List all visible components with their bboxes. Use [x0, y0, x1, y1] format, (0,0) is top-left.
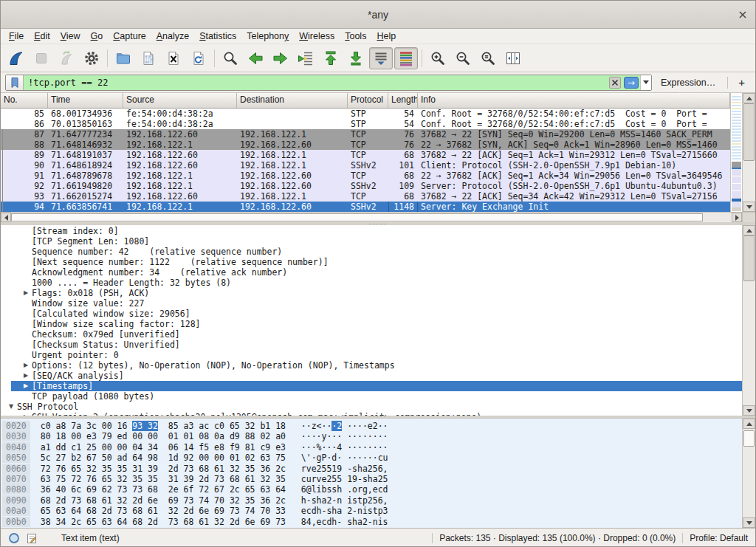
details-vertical-scrollbar[interactable]: [742, 225, 755, 416]
detail-row[interactable]: 1000 .... = Header Length: 32 bytes (8): [1, 278, 742, 288]
go-back-button[interactable]: [244, 47, 267, 69]
detail-row[interactable]: ▼SSH Protocol: [1, 402, 742, 412]
scroll-track[interactable]: [743, 103, 755, 202]
scroll-track[interactable]: [11, 213, 732, 222]
menu-help[interactable]: Help: [371, 30, 401, 43]
menu-go[interactable]: Go: [86, 30, 109, 43]
close-file-button[interactable]: [162, 47, 185, 69]
find-packet-button[interactable]: [219, 47, 242, 69]
scroll-thumb[interactable]: [11, 213, 703, 221]
column-header-source[interactable]: Source: [123, 93, 237, 108]
scroll-down-button[interactable]: [743, 202, 755, 212]
hex-row[interactable]: 003080 18 00 e3 79 ed 00 00 01 01 08 0a …: [2, 431, 742, 441]
scroll-down-button[interactable]: [743, 405, 755, 416]
bytes-vertical-scrollbar[interactable]: [742, 419, 755, 528]
scroll-track[interactable]: [743, 235, 755, 405]
collapse-arrow-icon[interactable]: ▼: [5, 402, 17, 412]
column-header-info[interactable]: Info: [418, 93, 730, 108]
go-to-packet-button[interactable]: [294, 47, 317, 69]
go-forward-button[interactable]: [269, 47, 292, 69]
packet-list-vertical-scrollbar[interactable]: [742, 93, 755, 212]
packet-row[interactable]: 9371.662015274192.168.122.60192.168.122.…: [1, 191, 730, 202]
column-header-protocol[interactable]: Protocol: [348, 93, 388, 108]
scroll-track[interactable]: [743, 429, 755, 517]
expression-button[interactable]: Expression…: [661, 78, 715, 88]
resize-columns-button[interactable]: [501, 47, 525, 69]
scroll-left-button[interactable]: [1, 213, 11, 222]
expand-arrow-icon[interactable]: ▶: [20, 360, 32, 371]
capture-options-button[interactable]: [80, 47, 103, 69]
add-filter-button[interactable]: +: [732, 76, 751, 89]
auto-scroll-button[interactable]: [369, 47, 393, 69]
hex-row[interactable]: 007063 75 72 76 65 32 35 35 31 39 2d 73 …: [2, 474, 742, 484]
display-filter-input[interactable]: !tcp.port == 22: [24, 75, 608, 90]
scroll-up-button[interactable]: [743, 419, 755, 429]
hex-row[interactable]: 00505c 27 b2 67 50 ad 64 98 1d 92 00 00 …: [2, 453, 742, 463]
detail-row[interactable]: [Checksum Status: Unverified]: [1, 340, 742, 350]
packet-row[interactable]: 9171.648789678192.168.122.1192.168.122.6…: [1, 171, 730, 181]
hex-row[interactable]: 00b038 34 2c 65 63 64 68 2d 73 68 61 32 …: [2, 517, 742, 527]
start-capture-button[interactable]: [4, 47, 28, 69]
menu-file[interactable]: File: [4, 30, 29, 43]
packet-row[interactable]: 8871.648146932192.168.122.1192.168.122.6…: [1, 140, 730, 150]
filter-history-dropdown[interactable]: [640, 75, 651, 90]
expand-arrow-icon[interactable]: ▶: [20, 381, 32, 391]
apply-filter-button[interactable]: →: [622, 75, 640, 90]
packet-row[interactable]: 8568.001734936fe:54:00:d4:38:2aSTP54Conf…: [1, 109, 730, 119]
colorize-button[interactable]: [394, 47, 418, 69]
zoom-out-button[interactable]: [451, 47, 475, 69]
menu-capture[interactable]: Capture: [108, 30, 151, 43]
expand-arrow-icon[interactable]: ▶: [20, 371, 32, 381]
detail-row[interactable]: [Stream index: 0]: [1, 226, 742, 236]
column-header-destination[interactable]: Destination: [237, 93, 348, 108]
detail-row[interactable]: Acknowledgment number: 34 (relative ack …: [1, 267, 742, 278]
status-profile[interactable]: Profile: Default: [690, 533, 748, 543]
detail-row[interactable]: [Calculated window size: 29056]: [1, 309, 742, 319]
intelligent-scrollbar[interactable]: [730, 93, 742, 212]
column-header-length[interactable]: Length: [388, 93, 418, 108]
save-file-button[interactable]: 010111100011: [137, 47, 160, 69]
reload-file-button[interactable]: [187, 47, 210, 69]
scroll-down-button[interactable]: [743, 517, 755, 528]
go-to-bottom-button[interactable]: [344, 47, 368, 69]
close-window-button[interactable]: [738, 10, 748, 20]
scroll-thumb[interactable]: [743, 430, 755, 447]
packet-row[interactable]: 9471.663856741192.168.122.1192.168.122.6…: [1, 202, 730, 212]
packet-row[interactable]: 9071.648618924192.168.122.60192.168.122.…: [1, 160, 730, 171]
restart-capture-button[interactable]: [55, 47, 78, 69]
detail-row[interactable]: ▶Options: (12 bytes), No-Operation (NOP)…: [1, 360, 742, 371]
packet-row[interactable]: 8771.647777234192.168.122.60192.168.122.…: [1, 129, 730, 140]
expand-arrow-icon[interactable]: ▶: [20, 288, 32, 298]
expert-info-button[interactable]: [8, 532, 20, 544]
scroll-thumb[interactable]: [743, 235, 755, 281]
detail-row[interactable]: [Next sequence number: 1122 (relative se…: [1, 257, 742, 267]
scroll-up-button[interactable]: [743, 93, 755, 103]
menu-telephony[interactable]: Telephony: [241, 30, 294, 43]
packet-row[interactable]: 8971.648191037192.168.122.60192.168.122.…: [1, 150, 730, 160]
detail-row[interactable]: TCP payload (1080 bytes): [1, 391, 742, 402]
open-file-button[interactable]: [111, 47, 135, 69]
scroll-right-button[interactable]: [732, 213, 742, 222]
hex-row[interactable]: 008036 40 6c 69 62 73 73 68 2e 6f 72 67 …: [2, 484, 742, 495]
packet-row[interactable]: 8670.013850163fe:54:00:d4:38:2aSTP54Conf…: [1, 119, 730, 129]
scroll-up-button[interactable]: [743, 225, 755, 235]
detail-row[interactable]: [Window size scaling factor: 128]: [1, 319, 742, 329]
menu-tools[interactable]: Tools: [340, 30, 371, 43]
menu-edit[interactable]: Edit: [29, 30, 55, 43]
detail-row[interactable]: Checksum: 0x79ed [unverified]: [1, 329, 742, 340]
column-header-no[interactable]: No.: [1, 93, 48, 108]
menu-view[interactable]: View: [55, 30, 86, 43]
packet-list-horizontal-scrollbar[interactable]: [1, 212, 742, 222]
scroll-thumb[interactable]: [743, 103, 755, 161]
menu-analyze[interactable]: Analyze: [151, 30, 194, 43]
hex-row[interactable]: 0040a1 dd c1 25 00 00 04 34 06 14 f5 e8 …: [2, 442, 742, 453]
clear-filter-button[interactable]: [608, 75, 622, 90]
zoom-in-button[interactable]: [426, 47, 450, 69]
capture-comment-button[interactable]: [26, 532, 38, 544]
detail-row[interactable]: ▶[SEQ/ACK analysis]: [1, 371, 742, 381]
detail-row[interactable]: Sequence number: 42 (relative sequence n…: [1, 247, 742, 257]
hex-row[interactable]: 009068 2d 73 68 61 32 2d 6e 69 73 74 70 …: [2, 495, 742, 506]
go-to-top-button[interactable]: [319, 47, 343, 69]
detail-row[interactable]: ▶[Timestamps]: [11, 381, 742, 391]
detail-row[interactable]: Urgent pointer: 0: [1, 350, 742, 360]
